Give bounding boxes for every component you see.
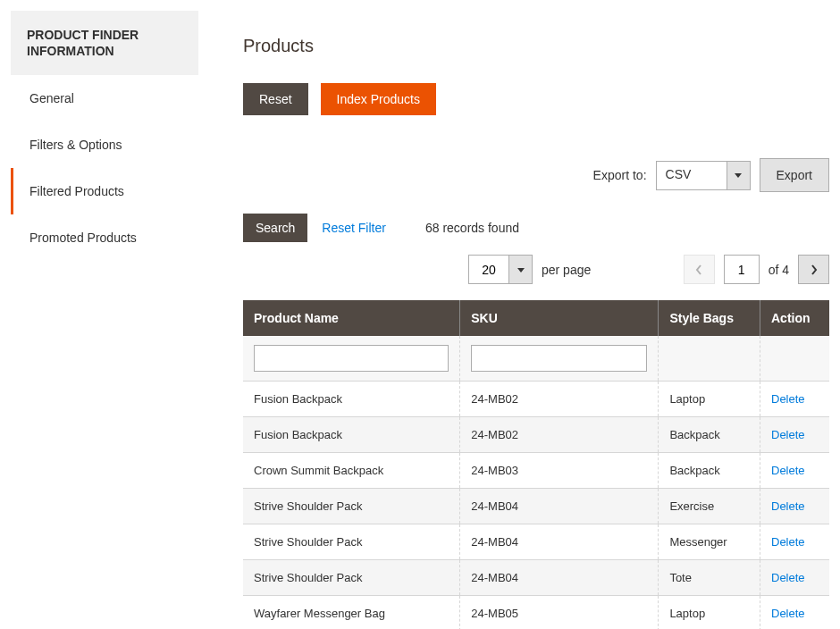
- header-product-name[interactable]: Product Name: [243, 300, 460, 336]
- cell-product-name: Strive Shoulder Pack: [243, 560, 460, 596]
- page-title: Products: [243, 36, 829, 56]
- cell-style: Exercise: [659, 489, 760, 524]
- products-table: Product Name SKU Style Bags Action Fusio…: [243, 300, 829, 629]
- per-page-label: per page: [542, 263, 591, 277]
- filter-product-name-input[interactable]: [254, 345, 449, 372]
- filter-sku-input[interactable]: [471, 345, 647, 372]
- sidebar-item-filters-options[interactable]: Filters & Options: [11, 122, 198, 168]
- next-page-button[interactable]: [798, 255, 829, 284]
- cell-sku: 24-MB05: [460, 596, 659, 630]
- header-sku[interactable]: SKU: [460, 300, 659, 336]
- filter-row: [243, 336, 829, 382]
- cell-product-name: Strive Shoulder Pack: [243, 524, 460, 560]
- action-buttons: Reset Index Products: [243, 83, 829, 115]
- cell-sku: 24-MB04: [460, 524, 659, 560]
- cell-product-name: Strive Shoulder Pack: [243, 489, 460, 524]
- cell-style: Backpack: [659, 453, 760, 489]
- cell-action: Delete: [760, 524, 830, 560]
- page-size-dropdown-button[interactable]: [509, 255, 533, 284]
- cell-action: Delete: [760, 560, 830, 596]
- page-size-control: per page: [468, 255, 591, 284]
- chevron-left-icon: [695, 264, 702, 275]
- records-found: 68 records found: [425, 221, 519, 235]
- cell-product-name: Crown Summit Backpack: [243, 453, 460, 489]
- export-label: Export to:: [593, 168, 647, 182]
- export-row: Export to: CSV Export: [243, 158, 829, 192]
- cell-action: Delete: [760, 382, 830, 417]
- delete-link[interactable]: Delete: [771, 392, 805, 406]
- cell-sku: 24-MB04: [460, 489, 659, 524]
- cell-style: Backpack: [659, 417, 760, 453]
- cell-product-name: Fusion Backpack: [243, 417, 460, 453]
- table-row: Strive Shoulder Pack24-MB04ExerciseDelet…: [243, 489, 829, 524]
- sidebar-item-filtered-products[interactable]: Filtered Products: [11, 168, 198, 214]
- header-style-bags[interactable]: Style Bags: [659, 300, 760, 336]
- sidebar-item-general[interactable]: General: [11, 75, 198, 122]
- table-row: Strive Shoulder Pack24-MB04ToteDelete: [243, 560, 829, 596]
- toolbar-row: Search Reset Filter 68 records found: [243, 214, 829, 242]
- current-page-input[interactable]: [724, 255, 760, 284]
- filter-style-cell: [659, 336, 760, 382]
- reset-button[interactable]: Reset: [243, 83, 308, 115]
- cell-action: Delete: [760, 489, 830, 524]
- export-format-dropdown-button[interactable]: [727, 161, 751, 190]
- cell-sku: 24-MB02: [460, 417, 659, 453]
- cell-sku: 24-MB03: [460, 453, 659, 489]
- cell-product-name: Wayfarer Messenger Bag: [243, 596, 460, 630]
- export-button[interactable]: Export: [760, 158, 829, 192]
- chevron-right-icon: [811, 264, 818, 275]
- cell-style: Tote: [659, 560, 760, 596]
- cell-action: Delete: [760, 596, 830, 630]
- export-format-value: CSV: [656, 161, 727, 190]
- cell-style: Laptop: [659, 596, 760, 630]
- total-pages-label: of 4: [769, 263, 789, 277]
- table-row: Strive Shoulder Pack24-MB04MessengerDele…: [243, 524, 829, 560]
- sidebar: PRODUCT FINDER INFORMATION GeneralFilter…: [11, 11, 198, 629]
- delete-link[interactable]: Delete: [771, 464, 805, 477]
- table-row: Wayfarer Messenger Bag24-MB05LaptopDelet…: [243, 596, 829, 630]
- cell-sku: 24-MB04: [460, 560, 659, 596]
- cell-sku: 24-MB02: [460, 382, 659, 417]
- page-size-input[interactable]: [468, 255, 509, 284]
- delete-link[interactable]: Delete: [771, 535, 805, 549]
- cell-action: Delete: [760, 453, 830, 489]
- sidebar-item-promoted-products[interactable]: Promoted Products: [11, 214, 198, 261]
- cell-style: Messenger: [659, 524, 760, 560]
- caret-down-icon: [735, 172, 742, 179]
- cell-product-name: Fusion Backpack: [243, 382, 460, 417]
- delete-link[interactable]: Delete: [771, 499, 805, 513]
- header-action: Action: [760, 300, 830, 336]
- search-button[interactable]: Search: [243, 214, 307, 242]
- export-format-select[interactable]: CSV: [656, 161, 751, 190]
- prev-page-button[interactable]: [684, 255, 715, 284]
- filter-action-cell: [760, 336, 830, 382]
- delete-link[interactable]: Delete: [771, 571, 805, 584]
- table-row: Crown Summit Backpack24-MB03BackpackDele…: [243, 453, 829, 489]
- pager-row: per page of 4: [243, 255, 829, 284]
- page-size-select[interactable]: [468, 255, 533, 284]
- caret-down-icon: [517, 266, 525, 273]
- delete-link[interactable]: Delete: [771, 428, 805, 441]
- cell-style: Laptop: [659, 382, 760, 417]
- sidebar-header: PRODUCT FINDER INFORMATION: [11, 11, 198, 75]
- main-content: Products Reset Index Products Export to:…: [198, 11, 829, 629]
- cell-action: Delete: [760, 417, 830, 453]
- delete-link[interactable]: Delete: [771, 607, 805, 620]
- index-products-button[interactable]: Index Products: [321, 83, 436, 115]
- table-row: Fusion Backpack24-MB02BackpackDelete: [243, 417, 829, 453]
- table-row: Fusion Backpack24-MB02LaptopDelete: [243, 382, 829, 417]
- reset-filter-link[interactable]: Reset Filter: [322, 221, 386, 235]
